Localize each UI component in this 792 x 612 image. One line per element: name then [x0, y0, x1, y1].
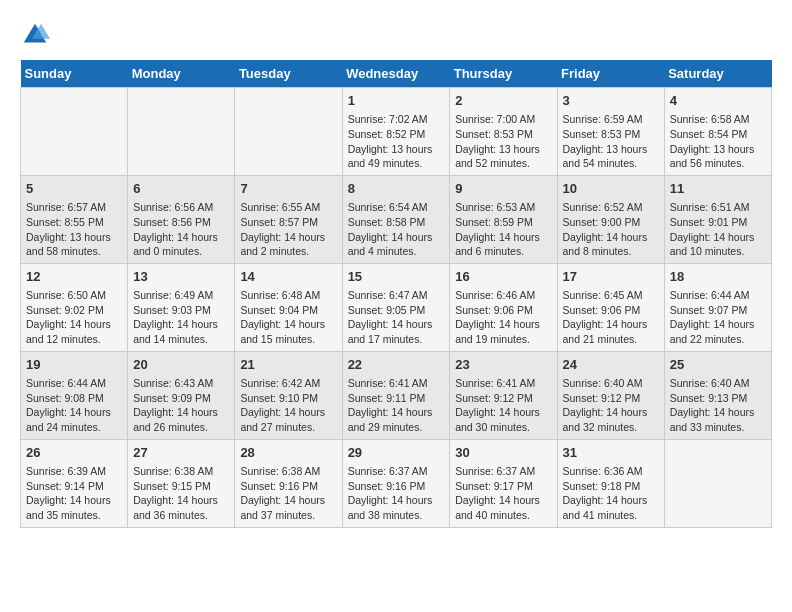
day-info: Sunrise: 6:44 AM Sunset: 9:08 PM Dayligh…: [26, 376, 122, 435]
day-number: 14: [240, 268, 336, 286]
day-info: Sunrise: 6:51 AM Sunset: 9:01 PM Dayligh…: [670, 200, 766, 259]
day-cell: 3Sunrise: 6:59 AM Sunset: 8:53 PM Daylig…: [557, 88, 664, 176]
day-cell: 16Sunrise: 6:46 AM Sunset: 9:06 PM Dayli…: [450, 263, 557, 351]
day-info: Sunrise: 6:40 AM Sunset: 9:12 PM Dayligh…: [563, 376, 659, 435]
day-info: Sunrise: 6:36 AM Sunset: 9:18 PM Dayligh…: [563, 464, 659, 523]
day-info: Sunrise: 6:54 AM Sunset: 8:58 PM Dayligh…: [348, 200, 445, 259]
day-info: Sunrise: 6:46 AM Sunset: 9:06 PM Dayligh…: [455, 288, 551, 347]
day-number: 13: [133, 268, 229, 286]
day-cell: 13Sunrise: 6:49 AM Sunset: 9:03 PM Dayli…: [128, 263, 235, 351]
logo-icon: [20, 20, 50, 50]
day-info: Sunrise: 6:52 AM Sunset: 9:00 PM Dayligh…: [563, 200, 659, 259]
day-info: Sunrise: 6:38 AM Sunset: 9:16 PM Dayligh…: [240, 464, 336, 523]
day-number: 7: [240, 180, 336, 198]
day-info: Sunrise: 6:49 AM Sunset: 9:03 PM Dayligh…: [133, 288, 229, 347]
day-cell: 11Sunrise: 6:51 AM Sunset: 9:01 PM Dayli…: [664, 175, 771, 263]
day-info: Sunrise: 6:42 AM Sunset: 9:10 PM Dayligh…: [240, 376, 336, 435]
day-cell: 2Sunrise: 7:00 AM Sunset: 8:53 PM Daylig…: [450, 88, 557, 176]
day-info: Sunrise: 6:53 AM Sunset: 8:59 PM Dayligh…: [455, 200, 551, 259]
day-info: Sunrise: 6:43 AM Sunset: 9:09 PM Dayligh…: [133, 376, 229, 435]
day-cell: 15Sunrise: 6:47 AM Sunset: 9:05 PM Dayli…: [342, 263, 450, 351]
day-cell: 9Sunrise: 6:53 AM Sunset: 8:59 PM Daylig…: [450, 175, 557, 263]
week-row-4: 19Sunrise: 6:44 AM Sunset: 9:08 PM Dayli…: [21, 351, 772, 439]
day-number: 15: [348, 268, 445, 286]
day-number: 1: [348, 92, 445, 110]
day-number: 12: [26, 268, 122, 286]
day-number: 2: [455, 92, 551, 110]
day-cell: 4Sunrise: 6:58 AM Sunset: 8:54 PM Daylig…: [664, 88, 771, 176]
day-number: 28: [240, 444, 336, 462]
day-header-monday: Monday: [128, 60, 235, 88]
day-number: 23: [455, 356, 551, 374]
day-cell: 7Sunrise: 6:55 AM Sunset: 8:57 PM Daylig…: [235, 175, 342, 263]
day-number: 18: [670, 268, 766, 286]
day-info: Sunrise: 6:50 AM Sunset: 9:02 PM Dayligh…: [26, 288, 122, 347]
day-cell: 22Sunrise: 6:41 AM Sunset: 9:11 PM Dayli…: [342, 351, 450, 439]
day-info: Sunrise: 6:56 AM Sunset: 8:56 PM Dayligh…: [133, 200, 229, 259]
day-cell: 6Sunrise: 6:56 AM Sunset: 8:56 PM Daylig…: [128, 175, 235, 263]
day-info: Sunrise: 6:40 AM Sunset: 9:13 PM Dayligh…: [670, 376, 766, 435]
week-row-2: 5Sunrise: 6:57 AM Sunset: 8:55 PM Daylig…: [21, 175, 772, 263]
day-header-tuesday: Tuesday: [235, 60, 342, 88]
day-info: Sunrise: 6:55 AM Sunset: 8:57 PM Dayligh…: [240, 200, 336, 259]
day-number: 31: [563, 444, 659, 462]
day-number: 10: [563, 180, 659, 198]
day-number: 21: [240, 356, 336, 374]
day-info: Sunrise: 6:37 AM Sunset: 9:17 PM Dayligh…: [455, 464, 551, 523]
day-info: Sunrise: 6:47 AM Sunset: 9:05 PM Dayligh…: [348, 288, 445, 347]
day-cell: 29Sunrise: 6:37 AM Sunset: 9:16 PM Dayli…: [342, 439, 450, 527]
day-cell: 17Sunrise: 6:45 AM Sunset: 9:06 PM Dayli…: [557, 263, 664, 351]
logo: [20, 20, 54, 50]
day-cell: [235, 88, 342, 176]
day-cell: 26Sunrise: 6:39 AM Sunset: 9:14 PM Dayli…: [21, 439, 128, 527]
day-number: 4: [670, 92, 766, 110]
day-number: 24: [563, 356, 659, 374]
day-cell: 28Sunrise: 6:38 AM Sunset: 9:16 PM Dayli…: [235, 439, 342, 527]
day-number: 30: [455, 444, 551, 462]
day-cell: 25Sunrise: 6:40 AM Sunset: 9:13 PM Dayli…: [664, 351, 771, 439]
day-cell: [664, 439, 771, 527]
day-number: 9: [455, 180, 551, 198]
day-cell: 23Sunrise: 6:41 AM Sunset: 9:12 PM Dayli…: [450, 351, 557, 439]
week-row-3: 12Sunrise: 6:50 AM Sunset: 9:02 PM Dayli…: [21, 263, 772, 351]
calendar-table: SundayMondayTuesdayWednesdayThursdayFrid…: [20, 60, 772, 528]
day-cell: 21Sunrise: 6:42 AM Sunset: 9:10 PM Dayli…: [235, 351, 342, 439]
day-cell: 5Sunrise: 6:57 AM Sunset: 8:55 PM Daylig…: [21, 175, 128, 263]
day-info: Sunrise: 7:00 AM Sunset: 8:53 PM Dayligh…: [455, 112, 551, 171]
day-info: Sunrise: 6:59 AM Sunset: 8:53 PM Dayligh…: [563, 112, 659, 171]
day-number: 5: [26, 180, 122, 198]
day-info: Sunrise: 6:37 AM Sunset: 9:16 PM Dayligh…: [348, 464, 445, 523]
day-number: 26: [26, 444, 122, 462]
day-number: 3: [563, 92, 659, 110]
day-header-friday: Friday: [557, 60, 664, 88]
day-info: Sunrise: 6:58 AM Sunset: 8:54 PM Dayligh…: [670, 112, 766, 171]
day-cell: 8Sunrise: 6:54 AM Sunset: 8:58 PM Daylig…: [342, 175, 450, 263]
day-cell: 14Sunrise: 6:48 AM Sunset: 9:04 PM Dayli…: [235, 263, 342, 351]
page-header: [20, 20, 772, 50]
day-info: Sunrise: 6:48 AM Sunset: 9:04 PM Dayligh…: [240, 288, 336, 347]
day-header-thursday: Thursday: [450, 60, 557, 88]
day-header-wednesday: Wednesday: [342, 60, 450, 88]
day-info: Sunrise: 6:38 AM Sunset: 9:15 PM Dayligh…: [133, 464, 229, 523]
day-cell: 19Sunrise: 6:44 AM Sunset: 9:08 PM Dayli…: [21, 351, 128, 439]
day-cell: [21, 88, 128, 176]
day-info: Sunrise: 6:41 AM Sunset: 9:11 PM Dayligh…: [348, 376, 445, 435]
day-cell: 30Sunrise: 6:37 AM Sunset: 9:17 PM Dayli…: [450, 439, 557, 527]
day-number: 8: [348, 180, 445, 198]
day-number: 16: [455, 268, 551, 286]
day-info: Sunrise: 6:39 AM Sunset: 9:14 PM Dayligh…: [26, 464, 122, 523]
day-number: 25: [670, 356, 766, 374]
day-cell: 10Sunrise: 6:52 AM Sunset: 9:00 PM Dayli…: [557, 175, 664, 263]
week-row-1: 1Sunrise: 7:02 AM Sunset: 8:52 PM Daylig…: [21, 88, 772, 176]
day-number: 27: [133, 444, 229, 462]
day-number: 17: [563, 268, 659, 286]
day-cell: 20Sunrise: 6:43 AM Sunset: 9:09 PM Dayli…: [128, 351, 235, 439]
day-cell: 31Sunrise: 6:36 AM Sunset: 9:18 PM Dayli…: [557, 439, 664, 527]
day-cell: 27Sunrise: 6:38 AM Sunset: 9:15 PM Dayli…: [128, 439, 235, 527]
day-cell: 24Sunrise: 6:40 AM Sunset: 9:12 PM Dayli…: [557, 351, 664, 439]
day-number: 6: [133, 180, 229, 198]
day-info: Sunrise: 7:02 AM Sunset: 8:52 PM Dayligh…: [348, 112, 445, 171]
day-number: 19: [26, 356, 122, 374]
day-header-saturday: Saturday: [664, 60, 771, 88]
day-cell: [128, 88, 235, 176]
